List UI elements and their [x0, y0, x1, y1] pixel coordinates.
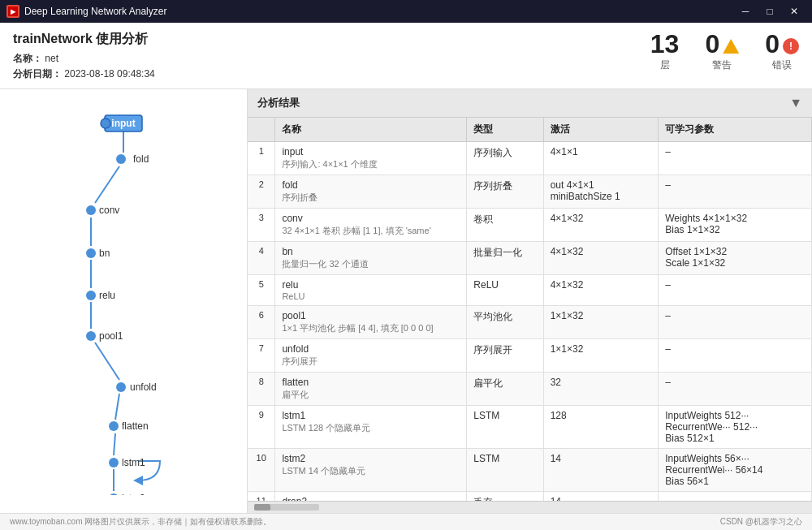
svg-point-23 [86, 291, 96, 300]
table-row[interactable]: 2fold序列折叠序列折叠out 4×1×1 miniBatchSize 1– [248, 175, 812, 209]
errors-badge: 0 ! [765, 31, 799, 57]
row-type: 丢弃 [467, 492, 543, 501]
row-name: drop325% 丢弃 [275, 492, 467, 501]
row-name: input序列输入: 4×1×1 个维度 [275, 142, 467, 175]
header-left: trainNetwork 使用分析 名称： net 分析日期： 2023-08-… [13, 31, 155, 82]
svg-text:fold: fold [133, 153, 149, 165]
row-activation: 4×1×32 [543, 275, 659, 306]
table-row[interactable]: 11drop325% 丢弃丢弃14– [248, 492, 812, 501]
layer-description: 扁平化 [282, 389, 460, 401]
svg-text:unfold: unfold [130, 381, 157, 393]
row-activation: out 4×1×1 miniBatchSize 1 [543, 175, 659, 209]
layer-name: fold [282, 179, 460, 191]
layer-description: 序列折叠 [282, 192, 460, 204]
row-activation: 4×1×1 [543, 142, 659, 175]
row-name: reluReLU [275, 275, 467, 306]
layer-name: lstm2 [282, 453, 460, 464]
row-params: InputWeights 512··· RecurrentWe··· 512··… [659, 406, 812, 449]
row-name: fold序列折叠 [275, 175, 467, 209]
row-name: pool11×1 平均池化 步幅 [4 4], 填充 [0 0 0 0] [275, 306, 467, 339]
svg-point-16 [101, 118, 110, 128]
row-type: 卷积 [467, 209, 543, 242]
table-row[interactable]: 1input序列输入: 4×1×1 个维度序列输入4×1×1– [248, 142, 812, 175]
row-type: 平均池化 [467, 306, 543, 339]
layer-description: 序列输入: 4×1×1 个维度 [282, 158, 460, 170]
table-row[interactable]: 10lstm2LSTM 14 个隐藏单元LSTM14InputWeights 5… [248, 449, 812, 492]
table-row[interactable]: 7unfold序列展开序列展开1×1×32– [248, 339, 812, 373]
col-number [248, 118, 275, 142]
close-button[interactable]: ✕ [783, 2, 806, 20]
window-controls: ─ □ ✕ [734, 2, 806, 20]
row-activation: 14 [543, 492, 659, 501]
svg-text:input: input [111, 118, 135, 129]
network-graph-svg: input fold conv bn relu pool1 [8, 97, 239, 495]
row-params: – [659, 306, 812, 339]
main-container: trainNetwork 使用分析 名称： net 分析日期： 2023-08-… [0, 23, 812, 530]
row-number: 10 [248, 449, 275, 492]
errors-label: 错误 [765, 58, 799, 72]
svg-line-7 [95, 343, 119, 380]
minimize-button[interactable]: ─ [734, 2, 757, 20]
graph-panel[interactable]: input fold conv bn relu pool1 [0, 89, 248, 513]
row-activation: 128 [543, 406, 659, 449]
app-icon: ▶ [6, 5, 19, 18]
table-row[interactable]: 9lstm1LSTM 128 个隐藏单元LSTM128InputWeights … [248, 406, 812, 449]
svg-text:▶: ▶ [11, 8, 16, 15]
name-value: net [45, 53, 58, 64]
layer-description: LSTM 14 个隐藏单元 [282, 465, 460, 477]
date-value: 2023-08-18 09:48:34 [64, 68, 154, 80]
layer-name: lstm1 [282, 410, 460, 421]
svg-text:lstm1: lstm1 [122, 457, 145, 468]
table-row[interactable]: 4bn批量归一化 32 个通道批量归一化4×1×32Offset 1×1×32 … [248, 242, 812, 275]
table-row[interactable]: 3conv32 4×1×1 卷积 步幅 [1 1], 填充 'same'卷积4×… [248, 209, 812, 242]
stat-errors: 0 ! 错误 [765, 31, 799, 72]
scroll-thumb [254, 504, 270, 511]
layer-name: relu [282, 279, 460, 291]
row-type: LSTM [467, 406, 543, 449]
panel-menu-icon[interactable]: ▼ [789, 96, 802, 110]
row-number: 2 [248, 175, 275, 209]
header-stats: 13 层 0 警告 0 ! 错误 [650, 31, 799, 72]
layer-name: pool1 [282, 310, 460, 321]
layer-name: input [282, 146, 460, 157]
table-row[interactable]: 5reluReLUReLU4×1×32– [248, 275, 812, 306]
layer-description: 序列展开 [282, 355, 460, 368]
row-name: flatten扁平化 [275, 373, 467, 406]
svg-point-29 [109, 421, 119, 431]
row-activation: 1×1×32 [543, 339, 659, 373]
col-params-header: 可学习参数 [659, 118, 812, 142]
svg-text:lstm2: lstm2 [122, 493, 145, 495]
layer-name: unfold [282, 343, 460, 355]
row-params: InputWeights 56×··· RecurrentWei··· 56×1… [659, 449, 812, 492]
row-type: 扁平化 [467, 373, 543, 406]
layers-label: 层 [650, 58, 680, 72]
horizontal-scroll[interactable] [254, 504, 319, 511]
layers-count: 13 [650, 31, 680, 57]
name-label: 名称： [13, 53, 42, 64]
svg-text:pool1: pool1 [99, 330, 123, 342]
panel-title: 分析结果 [257, 96, 300, 110]
row-type: 批量归一化 [467, 242, 543, 275]
svg-point-21 [86, 248, 96, 258]
maximize-button[interactable]: □ [758, 2, 781, 20]
row-activation: 14 [543, 449, 659, 492]
table-row[interactable]: 6pool11×1 平均池化 步幅 [4 4], 填充 [0 0 0 0]平均池… [248, 306, 812, 339]
row-activation: 32 [543, 373, 659, 406]
svg-line-3 [95, 166, 119, 203]
table-row[interactable]: 8flatten扁平化扁平化32– [248, 373, 812, 406]
warnings-count: 0 [705, 31, 719, 57]
layer-name: conv [282, 213, 460, 224]
layer-name: bn [282, 246, 460, 257]
svg-point-19 [86, 205, 96, 215]
row-activation: 1×1×32 [543, 306, 659, 339]
layer-description: ReLU [282, 291, 460, 301]
row-number: 6 [248, 306, 275, 339]
app-title: Deep Learning Network Analyzer [24, 6, 734, 17]
svg-point-31 [109, 458, 119, 468]
layer-description: 32 4×1×1 卷积 步幅 [1 1], 填充 'same' [282, 225, 460, 237]
panel-header: 分析结果 ▼ [248, 89, 812, 118]
warnings-badge: 0 [705, 31, 739, 57]
table-scroll[interactable]: 名称 类型 激活 可学习参数 1input序列输入: 4×1×1 个维度序列输入… [248, 118, 812, 501]
row-params: Weights 4×1×1×32 Bias 1×1×32 [659, 209, 812, 242]
row-number: 8 [248, 373, 275, 406]
